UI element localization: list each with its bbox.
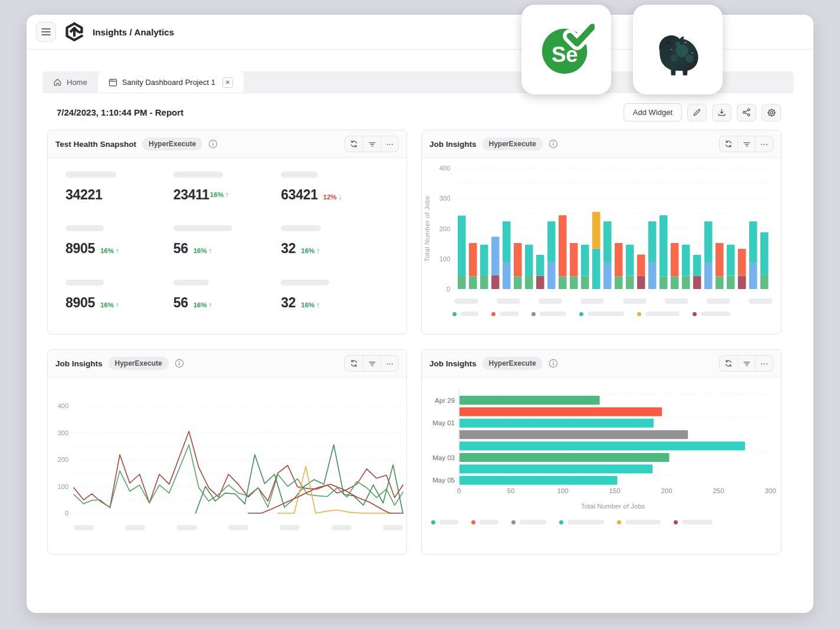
report-settings-button[interactable] [762, 104, 781, 122]
bar-segment [581, 245, 589, 276]
stat-cell: 890516% ↑ [65, 274, 173, 328]
add-widget-button[interactable]: Add Widget [624, 103, 682, 122]
legend-label-skeleton [480, 520, 498, 524]
bar-segment [760, 275, 769, 289]
bar-segment [491, 237, 500, 275]
selenium-overlay-card[interactable]: Se [521, 5, 611, 94]
stat-label-skeleton [173, 172, 223, 178]
info-icon[interactable] [175, 359, 184, 368]
legend-label-skeleton [500, 311, 519, 316]
legend-item[interactable] [617, 520, 661, 524]
stat-label-skeleton [65, 172, 116, 178]
hbar-bar [460, 407, 662, 416]
refresh-button[interactable] [345, 136, 363, 152]
refresh-button[interactable] [720, 136, 737, 152]
widget-title: Job Insights [429, 140, 477, 149]
filter-button[interactable] [363, 136, 380, 152]
axis-label-skeleton [280, 525, 300, 530]
axis-label-skeleton [665, 298, 688, 304]
refresh-button[interactable] [345, 356, 363, 371]
legend-label-skeleton [682, 520, 713, 524]
filter-button[interactable] [737, 356, 755, 371]
share-report-button[interactable] [737, 104, 756, 122]
stat-cell: 3216% ↑ [281, 274, 389, 328]
legend-item[interactable] [674, 520, 713, 524]
legend-dot [674, 520, 678, 524]
hyperexecute-badge: HyperExecute [483, 357, 543, 370]
stat-value: 32 [281, 241, 296, 257]
bar-segment [749, 221, 757, 262]
bar-segment [503, 221, 511, 262]
bar-segment [682, 245, 690, 276]
edit-report-button[interactable] [687, 104, 707, 122]
widget-header: Job Insights HyperExecute ⋯ [422, 350, 781, 378]
stat-label-skeleton [281, 280, 329, 286]
bar-segment [659, 276, 668, 289]
bar-segment [716, 276, 724, 289]
bar-segment [716, 243, 724, 276]
legend-dot [531, 312, 536, 316]
legend-item[interactable] [471, 520, 498, 524]
tab-active-label: Sanity Dashboard Project 1 [122, 78, 215, 87]
gear-icon [767, 108, 776, 117]
bar-segment [727, 245, 735, 276]
capybara-overlay-card[interactable] [633, 5, 723, 94]
bar-segment [626, 245, 634, 276]
legend-item[interactable] [531, 311, 566, 316]
tab-sanity-dashboard[interactable]: Sanity Dashboard Project 1 ✕ [98, 71, 244, 93]
legend-item[interactable] [637, 311, 680, 316]
widget-header: Test Health Snapshot HyperExecute ⋯ [48, 130, 406, 158]
download-report-button[interactable] [712, 104, 731, 122]
series-red-2 [248, 484, 403, 513]
refresh-button[interactable] [720, 356, 737, 371]
hbar-series [460, 396, 745, 485]
legend-item[interactable] [559, 520, 604, 524]
axis-label-skeleton [455, 298, 478, 304]
legend-dot [511, 520, 516, 524]
legend-item[interactable] [491, 311, 519, 316]
stat-label-skeleton [65, 280, 104, 286]
bar-segment [559, 215, 567, 277]
bar-segment [615, 276, 623, 289]
filter-button[interactable] [363, 356, 380, 371]
info-icon[interactable] [208, 139, 218, 149]
widget-job-insights-hbar: Job Insights HyperExecute ⋯ Apr 29May 01… [421, 349, 782, 554]
hbar-bar [460, 419, 654, 428]
legend-item[interactable] [693, 311, 730, 316]
widget-body: Apr 29May 01May 03May 050501001502002503… [422, 378, 781, 554]
axis-label-skeleton [228, 525, 248, 530]
legend-item[interactable] [431, 520, 458, 524]
filter-button[interactable] [737, 136, 755, 152]
more-options-button[interactable]: ⋯ [380, 136, 398, 152]
more-options-button[interactable]: ⋯ [380, 356, 398, 371]
widget-header: Job Insights HyperExecute ⋯ [422, 130, 781, 158]
bar-segment [536, 275, 544, 289]
stat-delta: 16% ↑ [301, 247, 320, 254]
legend-item[interactable] [511, 520, 546, 524]
tab-home[interactable]: Home [42, 71, 98, 93]
axis-label-skeleton [74, 525, 94, 530]
legend-dot [693, 312, 697, 316]
legend-label-skeleton [588, 311, 624, 316]
desktop-background: Insights / Analytics Home Sanity Dashboa… [0, 0, 840, 630]
stat-label-skeleton [173, 225, 232, 231]
widget-body: 342212341116% ↑6342112% ↓890516% ↑5616% … [48, 158, 406, 334]
bar-segment [469, 276, 477, 289]
svg-text:0: 0 [457, 487, 461, 494]
info-icon[interactable] [549, 139, 558, 149]
axis-label-skeleton [177, 525, 197, 530]
widget-title: Job Insights [429, 359, 477, 368]
legend-item[interactable] [452, 311, 478, 316]
stat-cell: 890516% ↑ [65, 220, 173, 274]
selenium-logo: Se [538, 21, 595, 78]
axis-label-skeleton [383, 525, 403, 530]
more-options-button[interactable]: ⋯ [755, 356, 773, 371]
info-icon[interactable] [549, 359, 558, 368]
legend-label-skeleton [461, 311, 478, 316]
bar-segment [581, 275, 589, 289]
svg-text:150: 150 [609, 487, 620, 494]
legend-item[interactable] [579, 311, 624, 316]
hamburger-menu-button[interactable] [36, 22, 56, 42]
tab-close-button[interactable]: ✕ [222, 77, 233, 88]
more-options-button[interactable]: ⋯ [755, 136, 773, 152]
